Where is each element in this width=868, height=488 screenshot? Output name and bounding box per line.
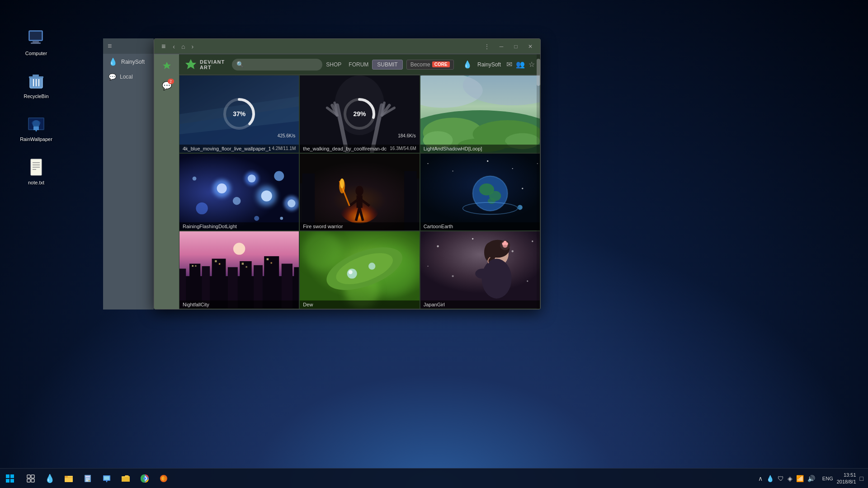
da-forum-link[interactable]: FORUM <box>349 61 368 68</box>
tray-icons: ∧ 💧 🛡 ◈ 📶 🔊 <box>755 474 818 483</box>
taskbar-folder[interactable] <box>117 469 135 488</box>
gallery-item-6[interactable]: CartoonEarth <box>420 153 540 231</box>
da-submit-button[interactable]: SUBMIT <box>372 60 402 70</box>
tray-wifi[interactable]: 📶 <box>795 474 805 483</box>
gallery-item-1[interactable]: 37% 425.6K/s 4k_blue_moving_floor_live_w… <box>179 75 299 153</box>
gallery-grid: 37% 425.6K/s 4k_blue_moving_floor_live_w… <box>179 75 540 309</box>
svg-rect-2 <box>33 41 39 42</box>
taskbar-calc[interactable] <box>79 469 97 488</box>
svg-point-49 <box>217 183 227 193</box>
gallery-item-3[interactable]: LightAndShadowHD[Loop] <box>420 75 540 153</box>
item6-name: CartoonEarth <box>424 224 453 229</box>
svg-point-127 <box>532 241 533 242</box>
taskbar-rainwallpaper[interactable]: 💧 <box>41 469 59 488</box>
local-icon: 💬 <box>108 73 116 80</box>
taskbar-explorer[interactable] <box>60 469 78 488</box>
item1-progress-overlay: 37% 425.6K/s <box>179 75 299 153</box>
star-icon[interactable]: ☆ <box>528 60 535 69</box>
tray-notification[interactable]: □ <box>860 475 863 482</box>
sidebar-header: ≡ <box>103 38 154 54</box>
sidebar-item-rainysoft[interactable]: 💧 RainySoft <box>103 54 154 70</box>
tray-shield[interactable]: 🛡 <box>777 474 785 483</box>
gallery-item-4[interactable]: RainingFlashingDotLight <box>179 153 299 231</box>
taskbar: 💧 <box>0 468 868 488</box>
browser-more-btn[interactable]: ⋮ <box>481 41 493 52</box>
desktop-icon-note[interactable]: note.txt <box>18 156 54 186</box>
item5-name: Fire sword warrior <box>303 224 343 229</box>
computer-label: Computer <box>25 51 47 56</box>
svg-rect-147 <box>31 475 34 478</box>
group-icon[interactable]: 👥 <box>516 60 525 69</box>
tray-rainwallpaper[interactable]: 💧 <box>765 474 775 483</box>
svg-point-60 <box>254 216 259 221</box>
browser-window: ≡ ‹ ⌂ › ⋮ ─ □ ✕ 💬 2 <box>154 38 541 310</box>
gallery-item-8[interactable]: Dew <box>299 231 420 309</box>
sidebar-menu-icon[interactable]: ≡ <box>108 42 112 50</box>
da-core-button[interactable]: Become CORE <box>406 60 454 70</box>
item8-bg <box>300 231 419 309</box>
taskbar-task-view[interactable] <box>22 469 40 488</box>
rainwallpaper-icon <box>25 113 47 135</box>
svg-rect-9 <box>29 76 43 78</box>
svg-rect-92 <box>517 206 519 208</box>
rainysoft-label: RainySoft <box>121 59 145 65</box>
item1-stats: 4.2M/11.1M <box>272 146 296 151</box>
browser-nav: ‹ ⌂ › <box>171 42 195 51</box>
svg-point-128 <box>427 266 428 267</box>
browser-back-btn[interactable]: ‹ <box>171 42 177 51</box>
browser-titlebar: ≡ ‹ ⌂ › ⋮ ─ □ ✕ <box>154 39 540 54</box>
sidebar-chat-icon[interactable]: 💬 2 <box>159 78 175 94</box>
svg-point-84 <box>522 188 523 189</box>
item2-progress-overlay: 29% 184.6K/s <box>300 75 419 153</box>
svg-rect-111 <box>245 266 247 267</box>
note-icon <box>25 156 47 178</box>
gallery-item-2[interactable]: 29% 184.6K/s the_walking_dead_by_coolfir… <box>299 75 420 153</box>
da-search-bar[interactable]: 🔍 <box>232 59 322 70</box>
taskbar-chrome[interactable] <box>136 469 154 488</box>
local-label: Local <box>120 74 133 80</box>
sidebar-item-local[interactable]: 💬 Local <box>103 70 154 84</box>
svg-rect-143 <box>10 474 14 478</box>
scrollbar-thumb[interactable] <box>537 59 540 86</box>
taskbar-firefox[interactable] <box>155 469 173 488</box>
taskbar-unknown[interactable] <box>98 469 116 488</box>
tray-bluetooth[interactable]: ◈ <box>787 474 793 483</box>
svg-rect-109 <box>219 263 220 265</box>
clock-date: 2018/8/1 <box>837 479 856 485</box>
desktop-icon-computer[interactable]: Computer <box>18 27 54 56</box>
svg-rect-66 <box>405 171 417 230</box>
gallery-item-9[interactable]: JapanGirl <box>420 231 540 309</box>
da-user-icons: ✉ 👥 ☆ <box>506 60 535 69</box>
browser-window-controls: ⋮ ─ □ ✕ <box>481 41 537 52</box>
rainysoft-dot: 💧 <box>108 57 118 66</box>
chat-badge: 2 <box>168 79 174 84</box>
desktop-icon-rainwallpaper[interactable]: RainWallpaper <box>18 113 54 142</box>
svg-rect-162 <box>104 476 109 480</box>
tray-volume[interactable]: 🔊 <box>807 474 816 483</box>
recycle-icon <box>25 70 47 92</box>
svg-point-53 <box>261 190 272 201</box>
mail-icon[interactable]: ✉ <box>506 60 512 69</box>
tray-up-arrow[interactable]: ∧ <box>757 474 764 483</box>
gallery-item-5[interactable]: Fire sword warrior <box>299 153 420 231</box>
svg-rect-108 <box>215 260 217 262</box>
item1-label: 4k_blue_moving_floor_live_wallpaper_1 4.… <box>179 145 299 153</box>
da-shop-link[interactable]: SHOP <box>326 61 341 68</box>
sidebar-da-icon[interactable] <box>159 58 175 74</box>
item8-label: Dew <box>300 300 419 309</box>
svg-point-159 <box>89 480 90 481</box>
browser-menu-icon[interactable]: ≡ <box>158 42 169 51</box>
gallery-item-7[interactable]: NightfallCity <box>179 231 299 309</box>
item4-name: RainingFlashingDotLight <box>183 224 237 229</box>
browser-forward-btn[interactable]: › <box>189 42 195 51</box>
browser-close-btn[interactable]: ✕ <box>524 41 537 52</box>
browser-minimize-btn[interactable]: ─ <box>495 41 508 52</box>
desktop-icon-recycle[interactable]: RecycleBin <box>18 70 54 99</box>
svg-rect-113 <box>271 263 272 264</box>
start-button[interactable] <box>0 469 20 488</box>
gallery-scrollbar[interactable] <box>537 54 540 309</box>
browser-maximize-btn[interactable]: □ <box>509 41 522 52</box>
browser-home-btn[interactable]: ⌂ <box>179 42 187 51</box>
item5-label: Fire sword warrior <box>300 222 419 230</box>
da-logo-text1: DEVIANT <box>200 59 225 65</box>
